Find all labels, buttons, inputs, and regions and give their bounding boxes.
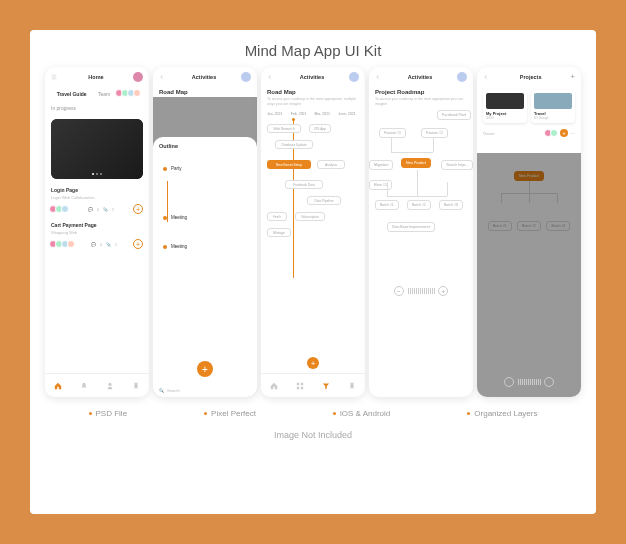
ticks[interactable] <box>518 379 541 385</box>
list-item-login[interactable]: Login Page Login Web Collaboration 💬4 📎2… <box>45 183 149 218</box>
fab-add[interactable]: + <box>307 357 319 369</box>
header-title: Activities <box>408 74 432 80</box>
panel-title: Outline <box>159 143 251 149</box>
section-label: In progress <box>45 101 149 115</box>
user-icon[interactable] <box>106 382 114 390</box>
header-title: Projects <box>520 74 542 80</box>
node-active[interactable]: New Product <box>401 158 431 168</box>
header: Activities <box>369 67 473 87</box>
gantt-bar[interactable]: Data Pipeline <box>307 196 341 205</box>
add-button[interactable]: + <box>133 204 143 214</box>
gantt-bar[interactable]: iOS App <box>309 124 331 133</box>
item-sub: Login Web Collaboration <box>51 195 143 200</box>
outline-item[interactable]: Meeting <box>163 212 251 223</box>
owner-avatars <box>546 129 558 137</box>
gantt[interactable]: Web Research iOS App Database Update New… <box>261 118 365 278</box>
list-item-cart[interactable]: Cart Payment Page Shopping Web 💬4 📎2 + <box>45 218 149 253</box>
add-icon[interactable]: + <box>570 72 575 81</box>
zoom-in[interactable]: + <box>544 377 554 387</box>
home-icon[interactable] <box>54 382 62 390</box>
node[interactable]: Search Impr... <box>441 160 473 170</box>
gantt-bar-active[interactable]: New Server Setup <box>267 160 311 169</box>
more-icon[interactable]: ⋯ <box>570 130 575 136</box>
header: Activities <box>153 67 257 87</box>
screen-projects: Projects + My Project UI/UX Travel UX De… <box>477 67 581 397</box>
title: Road Map <box>261 87 365 97</box>
menu-icon[interactable] <box>51 73 59 81</box>
tab-team[interactable]: Team <box>94 89 114 99</box>
item-sub: Shopping Web <box>51 230 143 235</box>
add-button[interactable]: + <box>133 239 143 249</box>
month: Jan, 2021 <box>267 112 288 116</box>
page-title: Mind Map App UI Kit <box>30 30 596 67</box>
project-card[interactable]: Travel UX Design <box>531 90 575 123</box>
node[interactable]: Feature #1 <box>379 128 406 138</box>
node[interactable]: Batch #3 <box>439 200 463 210</box>
gantt-bar[interactable]: Facebook Data <box>285 180 323 189</box>
overlay[interactable] <box>477 153 581 397</box>
project-card[interactable]: My Project UI/UX <box>483 90 527 123</box>
connector <box>391 152 433 153</box>
connector <box>417 182 418 196</box>
gantt-bar[interactable]: Mintage <box>267 228 291 237</box>
avatar[interactable] <box>241 72 251 82</box>
gantt-bar[interactable]: Subscription <box>295 212 325 221</box>
node[interactable]: Migration <box>369 160 393 170</box>
filter-icon[interactable] <box>322 382 330 390</box>
item-title: Cart Payment Page <box>51 222 143 228</box>
feature: Pixel Perfect <box>204 409 256 418</box>
bookmark-icon[interactable] <box>348 382 356 390</box>
svg-rect-3 <box>297 386 299 388</box>
zoom-out[interactable]: − <box>504 377 514 387</box>
team-avatars[interactable] <box>117 89 141 99</box>
home-icon[interactable] <box>270 382 278 390</box>
header: Activities <box>261 67 365 87</box>
gantt-bar[interactable]: Analysis <box>317 160 345 169</box>
disclaimer: Image Not Included <box>30 426 596 450</box>
back-icon[interactable] <box>267 73 275 81</box>
back-icon[interactable] <box>375 73 383 81</box>
node[interactable]: Facebook Pixel <box>437 110 471 120</box>
image-card[interactable] <box>51 119 143 179</box>
gantt-bar[interactable]: Fetch <box>267 212 287 221</box>
node[interactable]: Batch #2 <box>407 200 431 210</box>
grid-icon[interactable] <box>296 382 304 390</box>
gantt-bar[interactable]: Web Research <box>267 124 301 133</box>
zoom-out[interactable]: − <box>394 286 404 296</box>
back-icon[interactable] <box>483 73 491 81</box>
gantt-bar[interactable]: Database Update <box>275 140 313 149</box>
project-sub: UI/UX <box>486 116 524 120</box>
back-icon[interactable] <box>159 73 167 81</box>
tabs: Travel Guide Team <box>45 87 149 101</box>
tabbar <box>45 373 149 397</box>
node[interactable]: Batch #1 <box>375 200 399 210</box>
header-title: Activities <box>192 74 216 80</box>
screen-outline: Activities Road Map Outline Party Meetin… <box>153 67 257 397</box>
month: Feb, 2021 <box>291 112 312 116</box>
outline-item[interactable]: Party <box>163 163 251 174</box>
node-canvas[interactable]: Facebook Pixel Feature #1 Feature #2 Mig… <box>369 110 473 280</box>
avatar[interactable] <box>457 72 467 82</box>
month-row: Jan, 2021 Feb, 2021 Mar, 2021 June, 2021 <box>261 110 365 118</box>
search-row[interactable]: 🔍 Search <box>153 384 257 397</box>
outline-item[interactable]: Meeting <box>163 241 251 252</box>
node[interactable]: Data Base Improvement <box>387 222 435 232</box>
month: June, 2021 <box>338 112 359 116</box>
zoom-in[interactable]: + <box>438 286 448 296</box>
ticks[interactable] <box>408 288 435 294</box>
feature: Organized Layers <box>467 409 537 418</box>
bookmark-icon[interactable] <box>132 382 140 390</box>
subtitle: To access your roadmap in the most appro… <box>369 97 473 110</box>
feature: PSD File <box>89 409 128 418</box>
zoom-slider: − + <box>369 280 473 302</box>
connector <box>433 138 434 152</box>
node[interactable]: Feature #2 <box>421 128 448 138</box>
avatar[interactable] <box>349 72 359 82</box>
fab-add[interactable]: + <box>197 361 213 377</box>
node[interactable]: Elem #1 <box>369 180 392 190</box>
bell-icon[interactable] <box>80 382 88 390</box>
tab-travel[interactable]: Travel Guide <box>53 89 91 99</box>
features: PSD File Pixel Perfect iOS & Android Org… <box>30 397 596 426</box>
avatar[interactable] <box>133 72 143 82</box>
add-owner[interactable]: + <box>560 129 568 137</box>
